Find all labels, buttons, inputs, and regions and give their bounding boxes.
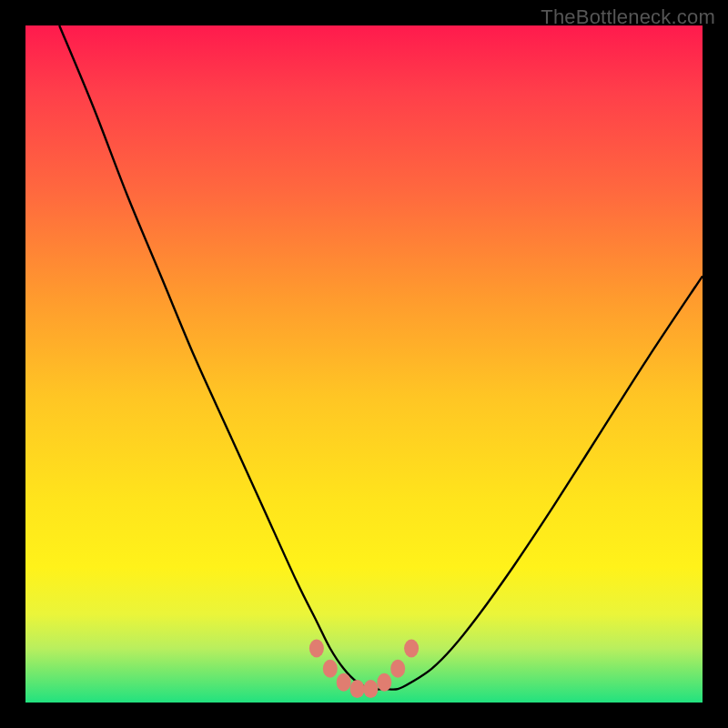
bottleneck-curve-svg	[25, 25, 703, 703]
marker-dot	[323, 660, 338, 678]
marker-dot	[404, 640, 419, 658]
marker-dot	[309, 640, 324, 658]
watermark-text: TheBottleneck.com	[541, 5, 715, 29]
marker-dot	[377, 673, 391, 692]
bottleneck-curve-path	[59, 25, 703, 690]
marker-dot	[390, 660, 405, 678]
marker-dot	[337, 673, 351, 692]
marker-dot	[350, 680, 365, 698]
flat-region-markers	[309, 640, 419, 699]
chart-frame: TheBottleneck.com	[0, 0, 728, 728]
marker-dot	[363, 680, 378, 698]
plot-area	[25, 25, 703, 703]
